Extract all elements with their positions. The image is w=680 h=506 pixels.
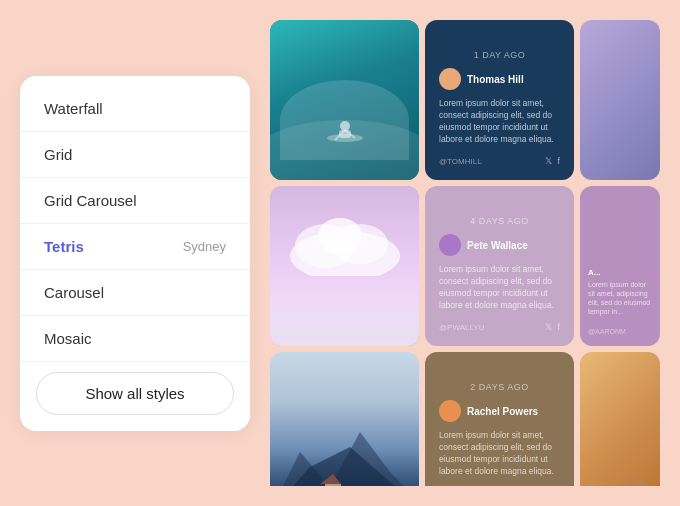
card-social-icons: 𝕏 f [545, 156, 560, 166]
facebook-icon: f [557, 156, 560, 166]
show-all-button[interactable]: Show all styles [36, 372, 234, 415]
card-avatar [439, 234, 461, 256]
card-clouds[interactable] [270, 186, 419, 346]
sidebar-item-label: Waterfall [44, 100, 103, 117]
sidebar-item-label: Grid [44, 146, 72, 163]
card-mountains[interactable] [270, 352, 419, 486]
card-body-text: Lorem ipsum dolor sit amet, consect adip… [439, 264, 560, 312]
sidebar-item-grid[interactable]: Grid [20, 132, 250, 178]
sidebar-item-waterfall[interactable]: Waterfall [20, 86, 250, 132]
card-social-icons: 𝕏 f [545, 322, 560, 332]
card-rachel[interactable]: 2 DAYS AGO Rachel Powers Lorem ipsum dol… [425, 352, 574, 486]
card-footer: @TOMHILL 𝕏 f [439, 156, 560, 166]
card-author-row: Pete Wallace [439, 234, 560, 256]
card-author: Rachel Powers [467, 406, 538, 417]
sidebar-item-label: Grid Carousel [44, 192, 137, 209]
sidebar-item-badge: Sydney [183, 239, 226, 254]
sidebar-item-label: Tetris [44, 238, 84, 255]
facebook-icon: f [557, 322, 560, 332]
sidebar-item-label: Carousel [44, 284, 104, 301]
card-thomas[interactable]: 1 DAY AGO Thomas Hill Lorem ipsum dolor … [425, 20, 574, 180]
svg-point-8 [318, 218, 362, 254]
sidebar-item-tetris[interactable]: Tetris Sydney [20, 224, 250, 270]
twitter-icon: 𝕏 [545, 156, 552, 166]
sidebar-item-mosaic[interactable]: Mosaic [20, 316, 250, 362]
card-handle-small: @AARONM [588, 328, 626, 335]
card-meta: 2 DAYS AGO [439, 382, 560, 392]
card-desert[interactable] [580, 352, 660, 486]
card-body-text: Lorem ipsum dolor sit amet, consect adip… [439, 98, 560, 146]
sidebar-item-label: Mosaic [44, 330, 92, 347]
card-aaron[interactable]: A... Lorem ipsum dolor sit amet, adipisc… [580, 186, 660, 346]
svg-point-2 [340, 121, 350, 131]
sidebar-item-carousel[interactable]: Carousel [20, 270, 250, 316]
card-grid: 1 DAY AGO Thomas Hill Lorem ipsum dolor … [270, 20, 660, 486]
sidebar: Waterfall Grid Grid Carousel Tetris Sydn… [20, 76, 250, 431]
card-handle: @TOMHILL [439, 157, 482, 166]
card-body-text: Lorem ipsum dolor sit amet, consect adip… [439, 430, 560, 478]
card-meta: 1 DAY AGO [439, 50, 560, 60]
card-meta: 4 DAYS AGO [439, 216, 560, 226]
twitter-icon: 𝕏 [545, 322, 552, 332]
card-author-row: Thomas Hill [439, 68, 560, 90]
card-author: Pete Wallace [467, 240, 528, 251]
card-author-small: A... [588, 268, 652, 277]
card-author: Thomas Hill [467, 74, 524, 85]
card-author-row: Rachel Powers [439, 400, 560, 422]
card-handle: @PWALLYU [439, 323, 484, 332]
card-body-small: Lorem ipsum dolor sit amet, adipiscing e… [588, 280, 652, 316]
card-pete[interactable]: 4 DAYS AGO Pete Wallace Lorem ipsum dolo… [425, 186, 574, 346]
sidebar-item-grid-carousel[interactable]: Grid Carousel [20, 178, 250, 224]
card-footer: @PWALLYU 𝕏 f [439, 322, 560, 332]
card-lavender[interactable] [580, 20, 660, 180]
card-surf[interactable] [270, 20, 419, 180]
card-avatar [439, 68, 461, 90]
card-avatar [439, 400, 461, 422]
svg-rect-11 [325, 484, 341, 486]
